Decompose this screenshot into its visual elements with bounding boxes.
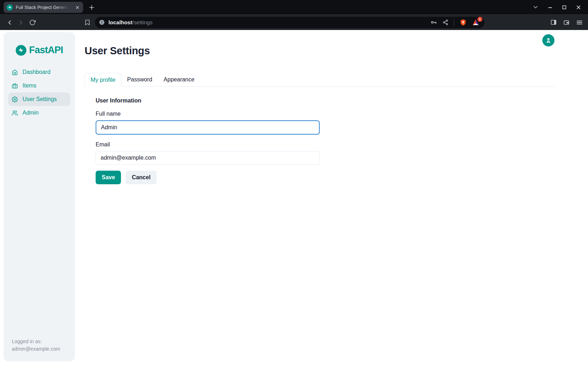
brave-shield-icon[interactable] [460,19,467,26]
full-name-input[interactable] [96,120,320,135]
url-text: localhost/settings [108,19,153,25]
toolbar-right-icons [550,19,583,26]
email-input[interactable] [96,151,320,165]
back-icon[interactable] [5,18,14,27]
user-menu-button[interactable] [542,34,554,46]
app-sidebar: FastAPI Dashboard Items User Settings Ad… [4,32,75,361]
sidebar-item-label: Items [22,82,36,89]
browser-tab[interactable]: Full Stack Project Genera [4,2,83,13]
browser-toolbar: localhost/settings 1 [0,14,588,30]
sidebar-item-label: Dashboard [22,69,50,75]
close-window-icon[interactable] [576,4,582,10]
sidebar-nav: Dashboard Items User Settings Admin [4,65,75,120]
address-bar[interactable]: localhost/settings 1 [95,17,485,28]
browser-chrome: Full Stack Project Genera [0,0,588,30]
user-astronaut-icon [545,37,552,44]
rewards-badge: 1 [477,17,482,22]
sidebar-item-items[interactable]: Items [8,79,70,92]
tab-strip: Full Stack Project Genera [0,0,588,14]
wallet-icon[interactable] [563,19,570,26]
main-content: User Settings My profile Password Appear… [85,30,588,366]
section-title: User Information [96,97,588,104]
sidebar-item-user-settings[interactable]: User Settings [8,92,70,106]
tab-close-icon[interactable] [75,5,80,10]
fastapi-bolt-icon [16,45,26,56]
tab-my-profile[interactable]: My profile [85,73,121,87]
home-icon [12,69,18,75]
logged-in-label: Logged in as: [12,338,60,345]
sidebar-item-label: Admin [22,110,39,116]
save-button[interactable]: Save [96,171,121,184]
site-info-icon[interactable] [99,19,105,25]
page-title: User Settings [85,30,588,57]
forward-icon[interactable] [16,18,26,27]
sidebar-item-label: User Settings [22,96,57,102]
logged-in-info: Logged in as: admin@example.com [12,338,60,353]
logged-in-email: admin@example.com [12,345,60,353]
maximize-icon[interactable] [562,5,567,10]
form-actions: Save Cancel [96,171,588,184]
bookmark-icon[interactable] [84,19,91,26]
users-icon [12,110,18,116]
tab-search-chevron-icon[interactable] [532,4,539,10]
tab-appearance[interactable]: Appearance [158,73,200,86]
url-path: /settings [132,19,153,25]
new-tab-button[interactable] [88,2,95,13]
sidebar-item-dashboard[interactable]: Dashboard [8,65,70,79]
fastapi-logo-text: FastAPI [29,45,63,56]
full-name-label: Full name [96,111,588,117]
minimize-icon[interactable] [547,4,553,10]
address-bar-icons: 1 [430,19,481,26]
cancel-button[interactable]: Cancel [126,171,156,184]
sidebar-item-admin[interactable]: Admin [8,106,70,120]
tab-title: Full Stack Project Genera [16,5,72,10]
settings-tabs: My profile Password Appearance [85,73,555,87]
reload-icon[interactable] [28,18,37,27]
share-icon[interactable] [442,19,448,25]
profile-form: User Information Full name Email Save Ca… [85,97,588,184]
brave-rewards-icon[interactable]: 1 [472,19,480,26]
fastapi-favicon-icon [6,4,13,11]
side-panel-icon[interactable] [550,19,557,26]
gear-icon [12,96,18,102]
tab-password[interactable]: Password [121,73,158,86]
briefcase-icon [12,83,18,89]
toolbar-divider [454,19,454,26]
password-key-icon[interactable] [430,19,437,26]
window-controls [532,0,582,14]
url-host: localhost [108,19,132,25]
email-label: Email [96,141,588,148]
menu-hamburger-icon[interactable] [576,19,583,26]
fastapi-logo: FastAPI [4,32,75,56]
